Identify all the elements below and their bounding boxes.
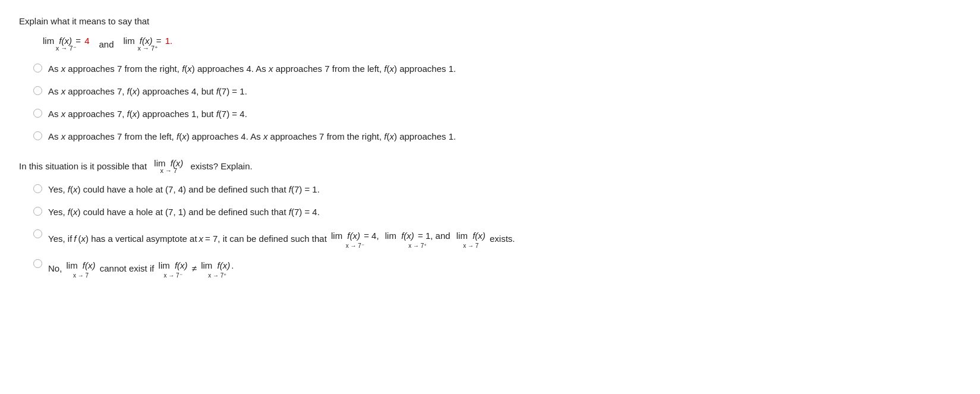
lim3-sub: x → 7 <box>160 167 177 174</box>
lim2-label: lim <box>124 36 135 46</box>
option-1c-text: As x approaches 7, f(x) approaches 1, bu… <box>48 107 961 121</box>
lim1-sub: x → 7⁻ <box>56 45 77 52</box>
radio-2c[interactable] <box>33 229 42 238</box>
radio-1c[interactable] <box>33 109 42 118</box>
option-1d-text: As x approaches 7 from the left, f(x) ap… <box>48 130 961 144</box>
option-2b-text: Yes, f(x) could have a hole at (7, 1) an… <box>48 205 961 219</box>
lim1-expr: lim f(x) = 4 x → 7⁻ <box>43 36 89 52</box>
section2-intro-text: In this situation is it possible that <box>19 161 147 171</box>
option-2c-text: Yes, if f(x) has a vertical asymptote at… <box>48 228 961 249</box>
main-equation: lim f(x) = 4 x → 7⁻ and lim f(x) = 1. x … <box>43 36 961 52</box>
option-2d-text: No, lim f(x) x → 7 cannot exist if lim f… <box>48 257 961 279</box>
radio-2d[interactable] <box>33 259 42 268</box>
section1-intro: Explain what it means to say that <box>19 14 961 29</box>
lim-d1: lim f(x) x → 7 <box>67 257 96 279</box>
radio-1a[interactable] <box>33 64 42 73</box>
lim1-val: 4 <box>84 36 89 46</box>
lim-c1: lim f(x) = 4, x → 7⁻ <box>331 228 379 249</box>
and-text: and <box>99 39 114 49</box>
lim2-expr: lim f(x) = 1. x → 7⁺ <box>124 36 173 52</box>
section2-options: Yes, f(x) could have a hole at (7, 4) an… <box>33 182 961 279</box>
section1-block: Explain what it means to say that lim f(… <box>19 14 961 144</box>
option-1b-text: As x approaches 7, f(x) approaches 4, bu… <box>48 84 961 99</box>
section2-intro: In this situation is it possible that li… <box>19 158 961 174</box>
lim2-val: 1. <box>165 36 173 46</box>
section2-block: In this situation is it possible that li… <box>19 158 961 279</box>
option-1a-text: As x approaches 7 from the right, f(x) a… <box>48 62 961 76</box>
option-2d[interactable]: No, lim f(x) x → 7 cannot exist if lim f… <box>33 257 961 279</box>
lim-c2: lim f(x) = 1, and x → 7⁺ <box>385 228 450 249</box>
option-2c[interactable]: Yes, if f(x) has a vertical asymptote at… <box>33 228 961 249</box>
section2-exists-text: exists? Explain. <box>190 161 252 171</box>
lim3-expr: lim f(x) x → 7 <box>154 158 183 174</box>
lim-c3: lim f(x) x → 7 <box>456 228 486 249</box>
radio-2b[interactable] <box>33 207 42 216</box>
option-1b[interactable]: As x approaches 7, f(x) approaches 4, bu… <box>33 84 961 99</box>
radio-1d[interactable] <box>33 131 42 140</box>
option-2b[interactable]: Yes, f(x) could have a hole at (7, 1) an… <box>33 205 961 219</box>
lim-d2: lim f(x) x → 7⁻ <box>159 257 188 279</box>
option-1d[interactable]: As x approaches 7 from the left, f(x) ap… <box>33 130 961 144</box>
option-1a[interactable]: As x approaches 7 from the right, f(x) a… <box>33 62 961 76</box>
radio-2a[interactable] <box>33 184 42 193</box>
lim-d3: lim f(x). x → 7⁺ <box>201 257 234 279</box>
option-2a-text: Yes, f(x) could have a hole at (7, 4) an… <box>48 182 961 197</box>
radio-1b[interactable] <box>33 86 42 95</box>
section1-options: As x approaches 7 from the right, f(x) a… <box>33 62 961 144</box>
lim2-sub: x → 7⁺ <box>137 45 158 52</box>
option-1c[interactable]: As x approaches 7, f(x) approaches 1, bu… <box>33 107 961 121</box>
lim1-label: lim <box>43 36 54 46</box>
option-2a[interactable]: Yes, f(x) could have a hole at (7, 4) an… <box>33 182 961 197</box>
